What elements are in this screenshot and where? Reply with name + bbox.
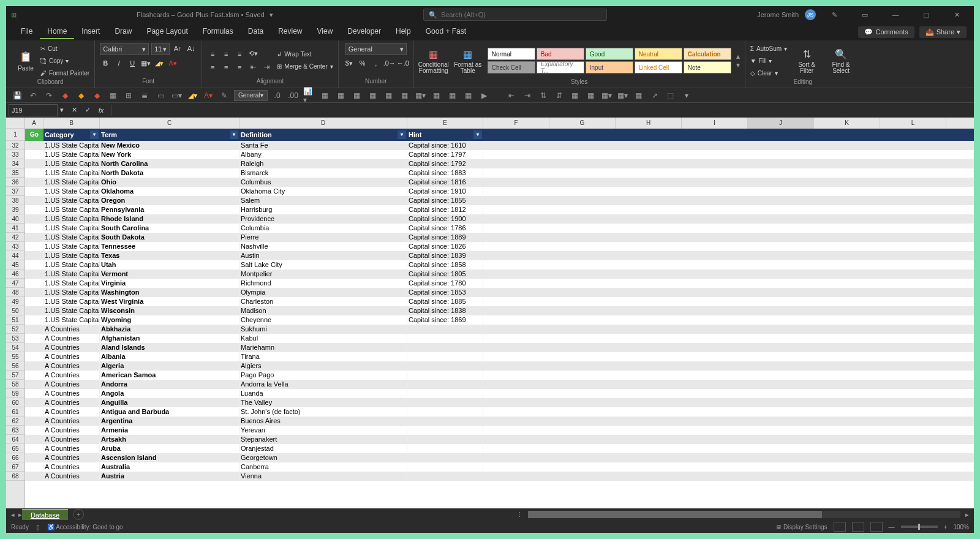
cell-definition[interactable]: Madison bbox=[239, 306, 407, 315]
cell-definition[interactable]: Sukhumi bbox=[239, 325, 407, 334]
cell-definition[interactable]: Luanda bbox=[239, 389, 407, 398]
qat-icon[interactable]: ⊞ bbox=[123, 89, 135, 102]
comments-button[interactable]: 💬 Comments bbox=[858, 26, 914, 38]
row-header[interactable]: 42 bbox=[6, 233, 24, 242]
cell-hint[interactable]: Capital since: 1853 bbox=[407, 288, 483, 297]
cell-definition[interactable]: Pago Pago bbox=[239, 371, 407, 380]
row-header[interactable]: 39 bbox=[6, 205, 24, 214]
row-header[interactable]: 67 bbox=[6, 462, 24, 472]
maximize-button[interactable]: ▢ bbox=[914, 6, 938, 23]
row-header[interactable]: 40 bbox=[6, 214, 24, 224]
cell-hint[interactable] bbox=[407, 472, 483, 481]
cell-hint[interactable] bbox=[407, 343, 483, 352]
cell-definition[interactable]: Buenos Aires bbox=[239, 417, 407, 426]
qat-icon[interactable]: ▦ bbox=[399, 89, 411, 102]
cell-definition[interactable]: Columbus bbox=[239, 178, 407, 187]
style-check-cell[interactable]: Check Cell bbox=[488, 61, 535, 74]
row-header[interactable]: 49 bbox=[6, 297, 24, 306]
qat-icon[interactable]: ⬚ bbox=[665, 89, 677, 102]
row-header[interactable]: 52 bbox=[6, 325, 24, 334]
style-note[interactable]: Note bbox=[684, 61, 731, 74]
tab-good-fast[interactable]: Good + Fast bbox=[418, 24, 473, 39]
decrease-decimal-button[interactable]: ←.0 bbox=[398, 58, 409, 69]
cell-term[interactable]: Oregon bbox=[100, 196, 239, 205]
add-sheet-button[interactable]: + bbox=[73, 509, 84, 520]
qat-icon[interactable]: ▦ bbox=[351, 89, 363, 102]
row-header[interactable]: 44 bbox=[6, 251, 24, 260]
table-row[interactable]: A CountriesAfghanistanKabul bbox=[25, 334, 974, 343]
cell-hint[interactable] bbox=[407, 453, 483, 462]
save-icon[interactable]: 💾 bbox=[11, 89, 23, 102]
border-button[interactable]: ▦▾ bbox=[140, 58, 151, 69]
table-row[interactable]: 1.US State CapitalsPennsylvaniaHarrisbur… bbox=[25, 205, 974, 214]
minimize-button[interactable]: — bbox=[883, 6, 908, 23]
cell[interactable] bbox=[25, 288, 43, 297]
qat-icon[interactable]: ▦▾ bbox=[617, 89, 629, 102]
cell[interactable] bbox=[25, 233, 43, 242]
cell[interactable] bbox=[25, 417, 43, 426]
cell-hint[interactable]: Capital since: 1780 bbox=[407, 279, 483, 288]
cell-term[interactable]: Australia bbox=[100, 462, 239, 472]
table-row[interactable]: A CountriesAnguillaThe Valley bbox=[25, 398, 974, 407]
table-row[interactable]: A CountriesArtsakhStepanakert bbox=[25, 435, 974, 444]
cell-hint[interactable] bbox=[407, 417, 483, 426]
align-middle-button[interactable]: ≡ bbox=[221, 48, 232, 59]
cell-definition[interactable]: Stepanakert bbox=[239, 435, 407, 444]
style-explanatory[interactable]: Explanatory T... bbox=[537, 61, 584, 74]
cell[interactable] bbox=[25, 398, 43, 407]
row-header[interactable]: 59 bbox=[6, 389, 24, 398]
row-header[interactable]: 33 bbox=[6, 150, 24, 159]
increase-font-button[interactable]: A↑ bbox=[172, 43, 183, 54]
row-header[interactable]: 58 bbox=[6, 380, 24, 389]
cell[interactable] bbox=[25, 472, 43, 481]
cell-term[interactable]: American Samoa bbox=[100, 371, 239, 380]
table-row[interactable]: 1.US State CapitalsSouth CarolinaColumbi… bbox=[25, 224, 974, 233]
row-header[interactable]: 55 bbox=[6, 352, 24, 361]
row-header[interactable]: 53 bbox=[6, 334, 24, 343]
cell-definition[interactable]: Canberra bbox=[239, 462, 407, 472]
increase-indent-button[interactable]: ⇥ bbox=[261, 62, 272, 73]
decrease-indent-button[interactable]: ⇤ bbox=[247, 62, 258, 73]
tab-home[interactable]: Home bbox=[40, 24, 74, 39]
cell-term[interactable]: North Carolina bbox=[100, 159, 239, 168]
align-right-button[interactable]: ≡ bbox=[234, 62, 245, 73]
tab-page-layout[interactable]: Page Layout bbox=[139, 24, 195, 39]
table-row[interactable]: 1.US State CapitalsNorth DakotaBismarckC… bbox=[25, 168, 974, 178]
cell-term[interactable]: Virginia bbox=[100, 279, 239, 288]
qat-icon[interactable]: ▦ bbox=[633, 89, 645, 102]
cell-term[interactable]: Argentina bbox=[100, 417, 239, 426]
row-header[interactable]: 37 bbox=[6, 187, 24, 196]
tab-draw[interactable]: Draw bbox=[107, 24, 139, 39]
cell[interactable] bbox=[25, 380, 43, 389]
cell-category[interactable]: 1.US State Capitals bbox=[43, 150, 100, 159]
cell-hint[interactable] bbox=[407, 380, 483, 389]
cell-hint[interactable] bbox=[407, 462, 483, 472]
cell-term[interactable]: Wisconsin bbox=[100, 306, 239, 315]
row-header[interactable]: 32 bbox=[6, 141, 24, 150]
cell-term[interactable]: Ohio bbox=[100, 178, 239, 187]
filter-icon[interactable]: ▾ bbox=[90, 130, 99, 139]
font-color-button[interactable]: A▾ bbox=[167, 58, 178, 69]
row-header[interactable]: 50 bbox=[6, 306, 24, 315]
column-header-C[interactable]: C bbox=[100, 118, 239, 129]
cell-category[interactable]: A Countries bbox=[43, 462, 100, 472]
cell[interactable] bbox=[25, 389, 43, 398]
tab-formulas[interactable]: Formulas bbox=[195, 24, 241, 39]
cell[interactable] bbox=[25, 270, 43, 279]
table-row[interactable]: 1.US State CapitalsRhode IslandProvidenc… bbox=[25, 214, 974, 224]
orientation-button[interactable]: ⟲▾ bbox=[247, 48, 258, 59]
macro-icon[interactable]: ▯ bbox=[36, 524, 40, 530]
tab-file[interactable]: File bbox=[13, 24, 40, 39]
row-header[interactable]: 48 bbox=[6, 288, 24, 297]
table-row[interactable]: 1.US State CapitalsOklahomaOklahoma City… bbox=[25, 187, 974, 196]
ribbon-mode-icon[interactable]: ▭ bbox=[853, 6, 877, 23]
conditional-formatting-button[interactable]: ▦Conditional Formatting bbox=[419, 43, 448, 78]
cell-category[interactable]: A Countries bbox=[43, 407, 100, 417]
cell-category[interactable]: A Countries bbox=[43, 352, 100, 361]
cell-category[interactable]: 1.US State Capitals bbox=[43, 187, 100, 196]
table-row[interactable]: 1.US State CapitalsVirginiaRichmondCapit… bbox=[25, 279, 974, 288]
row-header[interactable]: 36 bbox=[6, 178, 24, 187]
table-row[interactable]: A CountriesAntigua and BarbudaSt. John's… bbox=[25, 407, 974, 417]
table-row[interactable]: 1.US State CapitalsTennesseeNashvilleCap… bbox=[25, 242, 974, 251]
cell-term[interactable]: Pennsylvania bbox=[100, 205, 239, 214]
